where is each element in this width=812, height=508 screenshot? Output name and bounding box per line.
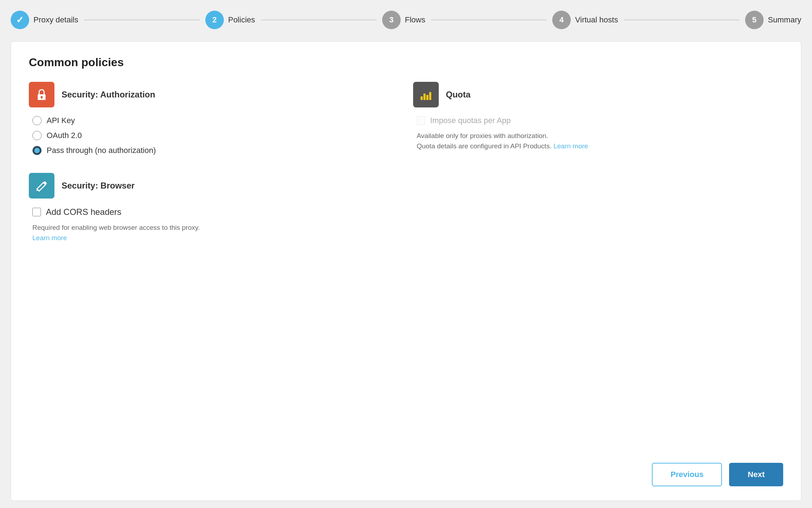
security-browser-icon: [29, 173, 54, 199]
step-virtual-hosts: 4 Virtual hosts: [552, 11, 618, 29]
step-label-flows: Flows: [405, 15, 425, 25]
main-card: Common policies Security: Auth: [11, 41, 801, 501]
bottom-actions: Previous Next: [29, 463, 783, 486]
quota-checkbox-label: Impose quotas per App: [430, 116, 511, 125]
step-circle-2: 2: [205, 11, 224, 29]
policies-grid: Security: Authorization API Key OAuth 2.…: [29, 82, 783, 452]
radio-pass-through[interactable]: Pass through (no authorization): [32, 146, 399, 155]
quota-learn-more-link[interactable]: Learn more: [553, 142, 588, 150]
step-label-summary: Summary: [768, 15, 801, 25]
cors-label[interactable]: Add CORS headers: [46, 207, 121, 217]
stepper: ✓ Proxy details 2 Policies 3 Flows 4 Vir…: [11, 7, 801, 33]
step-circle-5: 5: [745, 11, 764, 29]
api-key-radio[interactable]: [32, 116, 42, 125]
step-circle-3: 3: [382, 11, 401, 29]
quota-section: Quota Impose quotas per App Available on…: [413, 82, 783, 151]
quota-helper-line2: Quota details are configured in API Prod…: [417, 142, 553, 150]
card-title: Common policies: [29, 56, 783, 69]
quota-icon: [413, 82, 439, 107]
security-auth-title: Security: Authorization: [62, 90, 155, 100]
step-circle-1: ✓: [11, 11, 29, 29]
cors-checkbox-option[interactable]: Add CORS headers: [32, 207, 399, 217]
quota-helper-text: Available only for proxies with authoriz…: [417, 131, 783, 151]
right-column: Quota Impose quotas per App Available on…: [413, 82, 783, 452]
edit-icon: [34, 178, 49, 193]
step-flows: 3 Flows: [382, 11, 425, 29]
svg-rect-3: [421, 96, 423, 100]
security-authorization-section: Security: Authorization API Key OAuth 2.…: [29, 82, 399, 155]
next-button[interactable]: Next: [729, 463, 783, 486]
quota-title: Quota: [446, 90, 470, 100]
quota-checkbox-option[interactable]: Impose quotas per App: [417, 116, 783, 125]
step-number-2: 2: [212, 15, 217, 25]
security-auth-header: Security: Authorization: [29, 82, 399, 107]
step-circle-4: 4: [552, 11, 571, 29]
step-number-4: 4: [559, 15, 564, 25]
step-connector-4: [624, 20, 739, 20]
oauth2-label[interactable]: OAuth 2.0: [47, 131, 82, 140]
pass-through-label[interactable]: Pass through (no authorization): [47, 146, 156, 155]
step-proxy-details: ✓ Proxy details: [11, 11, 78, 29]
quota-header: Quota: [413, 82, 783, 107]
cors-checkbox[interactable]: [32, 208, 41, 216]
step-label-policies: Policies: [228, 15, 255, 25]
security-browser-title: Security: Browser: [62, 181, 135, 191]
cors-learn-more-link[interactable]: Learn more: [32, 234, 67, 242]
quota-checkbox[interactable]: [417, 116, 425, 125]
step-connector-3: [431, 20, 547, 20]
radio-api-key[interactable]: API Key: [32, 116, 399, 125]
bar-chart-icon: [418, 87, 433, 102]
lock-icon: [34, 87, 49, 102]
security-browser-header: Security: Browser: [29, 173, 399, 199]
api-key-label[interactable]: API Key: [47, 116, 75, 125]
step-connector-1: [84, 20, 200, 20]
svg-rect-4: [423, 94, 426, 100]
step-policies: 2 Policies: [205, 11, 255, 29]
step-number-5: 5: [752, 15, 756, 25]
step-label-proxy-details: Proxy details: [33, 15, 78, 25]
step-summary: 5 Summary: [745, 11, 801, 29]
security-auth-icon: [29, 82, 54, 107]
step-label-virtual-hosts: Virtual hosts: [575, 15, 618, 25]
left-column: Security: Authorization API Key OAuth 2.…: [29, 82, 399, 452]
svg-rect-6: [429, 92, 431, 100]
cors-description-text: Required for enabling web browser access…: [32, 224, 200, 231]
step-connector-2: [261, 20, 376, 20]
step-number-3: 3: [389, 15, 394, 25]
cors-description: Required for enabling web browser access…: [32, 223, 399, 243]
svg-rect-5: [426, 95, 428, 100]
security-browser-section: Security: Browser Add CORS headers Requi…: [29, 173, 399, 243]
radio-oauth2[interactable]: OAuth 2.0: [32, 131, 399, 140]
checkmark-icon: ✓: [16, 15, 24, 26]
previous-button[interactable]: Previous: [652, 463, 722, 486]
quota-helper-line1: Available only for proxies with authoriz…: [417, 132, 548, 139]
oauth2-radio[interactable]: [32, 131, 42, 140]
pass-through-radio[interactable]: [32, 146, 42, 155]
